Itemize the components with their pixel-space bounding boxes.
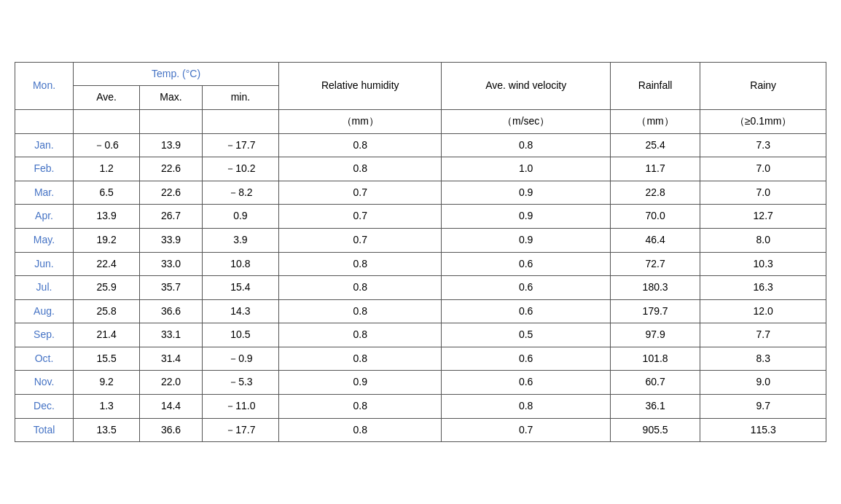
rainy-cell: 9.0 xyxy=(700,371,826,395)
month-cell: Oct. xyxy=(15,347,74,371)
humidity-cell: 0.8 xyxy=(279,252,442,276)
table-row: Jul.25.935.715.40.80.6180.316.3 xyxy=(15,276,826,300)
wind-cell: 0.6 xyxy=(442,299,610,323)
wind-cell: 0.8 xyxy=(442,395,610,419)
table-row: May.19.233.93.90.70.946.48.0 xyxy=(15,228,826,252)
min-cell: －0.9 xyxy=(202,347,278,371)
rainfall-cell: 22.8 xyxy=(610,181,700,205)
humidity-cell: 0.8 xyxy=(279,133,442,157)
rainfall-cell: 36.1 xyxy=(610,395,700,419)
table-row: Aug.25.836.614.30.80.6179.712.0 xyxy=(15,299,826,323)
min-cell: 14.3 xyxy=(202,299,278,323)
rainy-cell: 7.0 xyxy=(700,157,826,181)
temp-header: Temp. (°C) xyxy=(74,62,279,86)
ave-cell: 13.5 xyxy=(74,418,140,442)
min-unit xyxy=(202,109,278,133)
min-cell: 10.5 xyxy=(202,323,278,347)
climate-table-wrapper: Mon. Temp. (°C) Relative humidity Ave. w… xyxy=(15,62,826,443)
ave-cell: 21.4 xyxy=(74,323,140,347)
min-cell: 10.8 xyxy=(202,252,278,276)
rainfall-cell: 11.7 xyxy=(610,157,700,181)
humidity-cell: 0.8 xyxy=(279,323,442,347)
rainy-cell: 7.0 xyxy=(700,181,826,205)
max-subheader: Max. xyxy=(140,86,203,110)
humidity-cell: 0.8 xyxy=(279,418,442,442)
min-cell: 0.9 xyxy=(202,205,278,229)
humidity-cell: 0.8 xyxy=(279,276,442,300)
wind-cell: 0.6 xyxy=(442,252,610,276)
max-cell: 33.1 xyxy=(140,323,203,347)
min-cell: 3.9 xyxy=(202,228,278,252)
month-cell: Jun. xyxy=(15,252,74,276)
humidity-cell: 0.8 xyxy=(279,347,442,371)
rainy-header: Rainy xyxy=(700,62,826,109)
month-cell: Apr. xyxy=(15,205,74,229)
rainy-cell: 12.7 xyxy=(700,205,826,229)
month-cell: Jan. xyxy=(15,133,74,157)
ave-cell: 13.9 xyxy=(74,205,140,229)
rainfall-cell: 46.4 xyxy=(610,228,700,252)
max-unit xyxy=(140,109,203,133)
wind-cell: 1.0 xyxy=(442,157,610,181)
table-row: Nov.9.222.0－5.30.90.660.79.0 xyxy=(15,371,826,395)
rainy-cell: 10.3 xyxy=(700,252,826,276)
max-cell: 31.4 xyxy=(140,347,203,371)
humidity-cell: 0.8 xyxy=(279,157,442,181)
rainfall-cell: 97.9 xyxy=(610,323,700,347)
month-cell: Sep. xyxy=(15,323,74,347)
max-cell: 26.7 xyxy=(140,205,203,229)
rainfall-cell: 179.7 xyxy=(610,299,700,323)
month-cell: Feb. xyxy=(15,157,74,181)
ave-cell: －0.6 xyxy=(74,133,140,157)
month-cell: Aug. xyxy=(15,299,74,323)
max-cell: 22.6 xyxy=(140,181,203,205)
ave-cell: 6.5 xyxy=(74,181,140,205)
min-subheader: min. xyxy=(202,86,278,110)
month-cell: Dec. xyxy=(15,395,74,419)
wind-cell: 0.6 xyxy=(442,347,610,371)
rainy-cell: 7.7 xyxy=(700,323,826,347)
max-cell: 22.0 xyxy=(140,371,203,395)
rainfall-cell: 905.5 xyxy=(610,418,700,442)
wind-cell: 0.5 xyxy=(442,323,610,347)
wind-cell: 0.7 xyxy=(442,418,610,442)
max-cell: 36.6 xyxy=(140,299,203,323)
min-cell: －17.7 xyxy=(202,418,278,442)
humidity-cell: 0.9 xyxy=(279,371,442,395)
rainfall-header: Rainfall xyxy=(610,62,700,109)
wind-cell: 0.6 xyxy=(442,371,610,395)
wind-unit: （m/sec） xyxy=(442,109,610,133)
max-cell: 35.7 xyxy=(140,276,203,300)
humidity-header: Relative humidity xyxy=(279,62,442,109)
month-header: Mon. xyxy=(15,62,74,109)
max-cell: 36.6 xyxy=(140,418,203,442)
rainfall-unit: （mm） xyxy=(610,109,700,133)
rainfall-cell: 25.4 xyxy=(610,133,700,157)
ave-unit xyxy=(74,109,140,133)
min-cell: －17.7 xyxy=(202,133,278,157)
table-row: Jun.22.433.010.80.80.672.710.3 xyxy=(15,252,826,276)
rainy-cell: 9.7 xyxy=(700,395,826,419)
table-row: Dec.1.314.4－11.00.80.836.19.7 xyxy=(15,395,826,419)
max-cell: 13.9 xyxy=(140,133,203,157)
ave-cell: 1.2 xyxy=(74,157,140,181)
max-cell: 14.4 xyxy=(140,395,203,419)
month-cell: Total xyxy=(15,418,74,442)
rainfall-cell: 180.3 xyxy=(610,276,700,300)
ave-cell: 25.8 xyxy=(74,299,140,323)
max-cell: 33.0 xyxy=(140,252,203,276)
rainy-cell: 8.0 xyxy=(700,228,826,252)
table-row: Sep.21.433.110.50.80.597.97.7 xyxy=(15,323,826,347)
wind-cell: 0.9 xyxy=(442,181,610,205)
climate-table: Mon. Temp. (°C) Relative humidity Ave. w… xyxy=(15,62,826,443)
rainy-cell: 7.3 xyxy=(700,133,826,157)
min-cell: －10.2 xyxy=(202,157,278,181)
table-row: Jan.－0.613.9－17.70.80.825.47.3 xyxy=(15,133,826,157)
ave-cell: 1.3 xyxy=(74,395,140,419)
ave-cell: 19.2 xyxy=(74,228,140,252)
wind-cell: 0.9 xyxy=(442,205,610,229)
humidity-cell: 0.8 xyxy=(279,299,442,323)
rainy-cell: 115.3 xyxy=(700,418,826,442)
humidity-cell: 0.8 xyxy=(279,395,442,419)
rainy-cell: 8.3 xyxy=(700,347,826,371)
